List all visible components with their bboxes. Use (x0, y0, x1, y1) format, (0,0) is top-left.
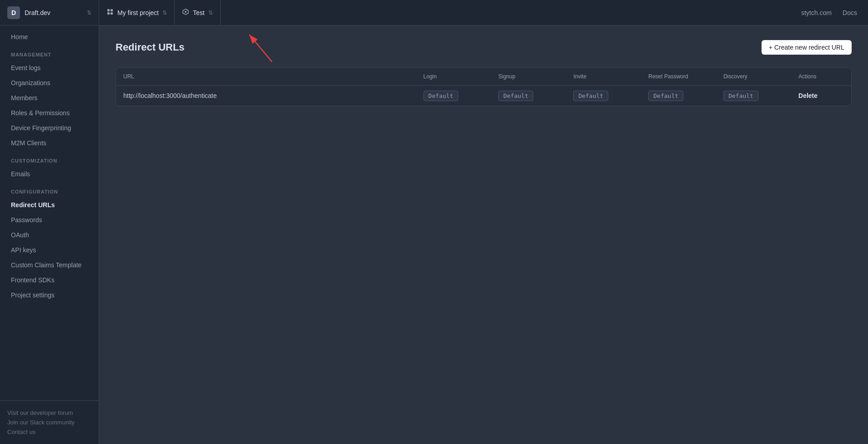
project-selector[interactable]: My first project ⇅ (99, 0, 175, 25)
sidebar-item-passwords[interactable]: Passwords (4, 213, 95, 227)
sidebar-item-device-fingerprinting[interactable]: Device Fingerprinting (4, 121, 95, 135)
col-header-discovery: Discovery (716, 68, 791, 86)
cell-url: http://localhost:3000/authenticate (116, 86, 416, 106)
svg-rect-1 (111, 9, 113, 11)
sidebar-item-m2m-clients[interactable]: M2M Clients (4, 136, 95, 150)
signup-badge: Default (498, 91, 533, 101)
table-header-row: URL Login Signup Invite Reset Password D… (116, 68, 851, 86)
main-layout: Home MANAGEMENT Event logs Organizations… (0, 26, 868, 444)
cell-invite: Default (566, 86, 641, 106)
redirect-urls-label: Redirect URLs (11, 201, 55, 209)
members-label: Members (11, 94, 37, 102)
sidebar-item-home[interactable]: Home (4, 30, 95, 44)
frontend-sdks-label: Frontend SDKs (11, 276, 55, 284)
footer-slack-link[interactable]: Join our Slack community (7, 418, 91, 427)
custom-claims-label: Custom Claims Template (11, 261, 81, 269)
project-name: My first project (117, 9, 159, 16)
invite-badge: Default (573, 91, 608, 101)
table-row: http://localhost:3000/authenticate Defau… (116, 86, 851, 106)
env-chevron-icon: ⇅ (208, 10, 213, 16)
col-header-reset-password: Reset Password (641, 68, 716, 86)
brand-selector[interactable]: D Draft.dev ⇅ (0, 0, 99, 25)
svg-point-4 (185, 11, 187, 13)
stytch-link[interactable]: stytch.com (801, 9, 832, 16)
brand-name: Draft.dev (25, 9, 50, 16)
env-icon (182, 8, 189, 17)
cell-reset-password: Default (641, 86, 716, 106)
home-label: Home (11, 33, 28, 41)
env-name: Test (193, 9, 205, 16)
redirect-urls-table: URL Login Signup Invite Reset Password D… (116, 68, 851, 106)
footer-contact-link[interactable]: Contact us (7, 427, 91, 437)
api-keys-label: API keys (11, 246, 36, 254)
svg-rect-2 (107, 12, 110, 15)
management-section-label: MANAGEMENT (0, 45, 99, 60)
sidebar-item-redirect-urls[interactable]: Redirect URLs (4, 198, 95, 212)
sidebar-item-organizations[interactable]: Organizations (4, 76, 95, 90)
col-header-login: Login (416, 68, 491, 86)
sidebar-footer: Visit our developer forum Join our Slack… (0, 400, 99, 444)
project-settings-label: Project settings (11, 291, 55, 299)
sidebar: Home MANAGEMENT Event logs Organizations… (0, 26, 99, 444)
sidebar-item-roles[interactable]: Roles & Permissions (4, 106, 95, 120)
event-logs-label: Event logs (11, 64, 40, 71)
col-header-actions: Actions (791, 68, 851, 86)
sidebar-item-emails[interactable]: Emails (4, 167, 95, 181)
content-area: Redirect URLs + Create new redirect URL … (99, 26, 868, 444)
passwords-label: Passwords (11, 216, 42, 224)
col-header-url: URL (116, 68, 416, 86)
brand-chevron-icon: ⇅ (87, 10, 91, 16)
delete-button[interactable]: Delete (798, 92, 818, 99)
emails-label: Emails (11, 170, 30, 178)
col-header-invite: Invite (566, 68, 641, 86)
project-chevron-icon: ⇅ (162, 10, 167, 16)
sidebar-item-frontend-sdks[interactable]: Frontend SDKs (4, 273, 95, 287)
footer-dev-forum-link[interactable]: Visit our developer forum (7, 408, 91, 418)
roles-label: Roles & Permissions (11, 109, 70, 117)
topbar: D Draft.dev ⇅ My first project ⇅ Test ⇅ … (0, 0, 868, 26)
col-header-signup: Signup (491, 68, 566, 86)
env-selector[interactable]: Test ⇅ (175, 0, 221, 25)
content-header: Redirect URLs + Create new redirect URL (116, 40, 852, 55)
login-badge: Default (424, 91, 459, 101)
page-title: Redirect URLs (116, 41, 185, 53)
topbar-right: stytch.com Docs (801, 9, 868, 16)
sidebar-item-members[interactable]: Members (4, 91, 95, 105)
sidebar-nav: Home MANAGEMENT Event logs Organizations… (0, 26, 99, 400)
svg-rect-0 (107, 9, 110, 11)
sidebar-item-custom-claims[interactable]: Custom Claims Template (4, 258, 95, 272)
reset-password-badge: Default (648, 91, 683, 101)
brand-avatar: D (7, 6, 20, 19)
organizations-label: Organizations (11, 79, 50, 87)
sidebar-item-api-keys[interactable]: API keys (4, 243, 95, 257)
m2m-clients-label: M2M Clients (11, 139, 46, 147)
cell-actions: Delete (791, 86, 851, 106)
svg-rect-3 (111, 12, 113, 15)
device-fingerprinting-label: Device Fingerprinting (11, 124, 71, 132)
create-redirect-url-button[interactable]: + Create new redirect URL (762, 40, 852, 55)
project-icon (106, 8, 114, 17)
redirect-urls-table-container: URL Login Signup Invite Reset Password D… (116, 67, 852, 106)
customization-section-label: CUSTOMIZATION (0, 151, 99, 166)
cell-login: Default (416, 86, 491, 106)
sidebar-item-oauth[interactable]: OAuth (4, 228, 95, 242)
discovery-badge: Default (723, 91, 758, 101)
cell-signup: Default (491, 86, 566, 106)
cell-discovery: Default (716, 86, 791, 106)
oauth-label: OAuth (11, 231, 29, 239)
sidebar-item-event-logs[interactable]: Event logs (4, 61, 95, 75)
sidebar-item-project-settings[interactable]: Project settings (4, 288, 95, 302)
configuration-section-label: CONFIGURATION (0, 182, 99, 197)
docs-link[interactable]: Docs (843, 9, 857, 16)
